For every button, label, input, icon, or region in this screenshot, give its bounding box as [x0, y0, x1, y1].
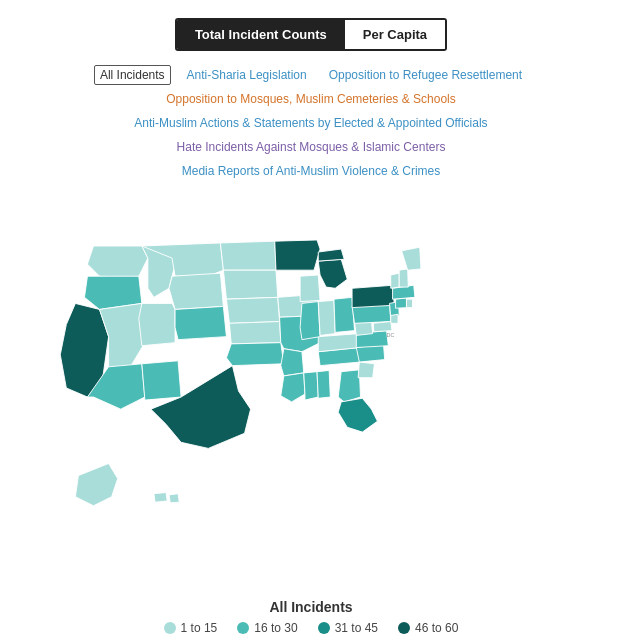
filter-media-reports[interactable]: Media Reports of Anti-Muslim Violence & … [176, 161, 447, 181]
filter-row-2: Opposition to Mosques, Muslim Cemeteries… [31, 89, 591, 133]
legend-dot-3 [318, 622, 330, 634]
filter-row-3: Hate Incidents Against Mosques & Islamic… [31, 137, 591, 181]
legend-item-4: 46 to 60 [398, 621, 458, 635]
legend-item-2: 16 to 30 [237, 621, 297, 635]
legend: All Incidents 1 to 15 16 to 30 31 to 45 … [164, 599, 459, 635]
legend-dot-2 [237, 622, 249, 634]
legend-label-4: 46 to 60 [415, 621, 458, 635]
per-capita-btn[interactable]: Per Capita [345, 20, 445, 49]
total-incident-counts-btn[interactable]: Total Incident Counts [177, 20, 345, 49]
legend-dot-4 [398, 622, 410, 634]
svg-text:DC: DC [387, 332, 395, 338]
filter-refugee[interactable]: Opposition to Refugee Resettlement [323, 65, 528, 85]
us-map: DC [21, 191, 601, 591]
legend-item-1: 1 to 15 [164, 621, 218, 635]
legend-title: All Incidents [269, 599, 352, 615]
legend-label-2: 16 to 30 [254, 621, 297, 635]
legend-dot-1 [164, 622, 176, 634]
filter-row-1: All Incidents Anti-Sharia Legislation Op… [31, 65, 591, 85]
filter-hate-incidents[interactable]: Hate Incidents Against Mosques & Islamic… [171, 137, 452, 157]
filter-mosques-schools[interactable]: Opposition to Mosques, Muslim Cemeteries… [160, 89, 461, 109]
legend-label-1: 1 to 15 [181, 621, 218, 635]
legend-item-3: 31 to 45 [318, 621, 378, 635]
filter-anti-sharia[interactable]: Anti-Sharia Legislation [181, 65, 313, 85]
filter-elected-officials[interactable]: Anti-Muslim Actions & Statements by Elec… [128, 113, 493, 133]
legend-items: 1 to 15 16 to 30 31 to 45 46 to 60 [164, 621, 459, 635]
legend-label-3: 31 to 45 [335, 621, 378, 635]
toggle-bar: Total Incident Counts Per Capita [175, 18, 447, 51]
filter-all-incidents[interactable]: All Incidents [94, 65, 171, 85]
